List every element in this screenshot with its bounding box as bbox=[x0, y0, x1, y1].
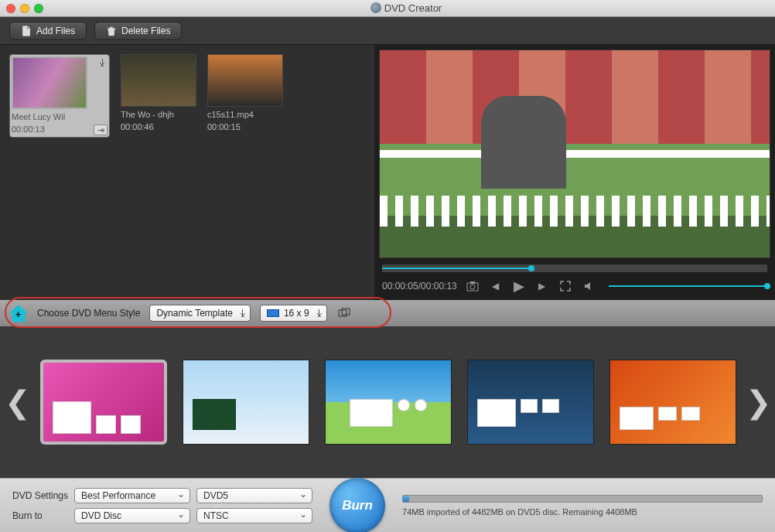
file-list: Meet Lucy Wil 00:00:13 ⇥ The Wo - dhjh 0… bbox=[0, 45, 374, 300]
menu-style-bar: Choose DVD Menu Style Dynamic Template 1… bbox=[0, 300, 775, 326]
dvd-settings-label: DVD Settings bbox=[12, 490, 68, 501]
clip-thumbnail bbox=[121, 54, 196, 107]
trash-icon bbox=[106, 26, 117, 36]
quality-select[interactable]: Best Performance bbox=[74, 488, 190, 503]
template-strip: ❮ ❯ bbox=[0, 326, 775, 478]
expand-icon[interactable] bbox=[336, 305, 352, 321]
menu-style-label: Choose DVD Menu Style bbox=[37, 308, 140, 319]
clip-item[interactable]: Meet Lucy Wil 00:00:13 ⇥ bbox=[9, 54, 110, 138]
time-display: 00:00:05/00:00:13 bbox=[382, 281, 457, 292]
template-item[interactable] bbox=[183, 360, 309, 445]
add-files-button[interactable]: Add Files bbox=[9, 22, 87, 40]
svg-rect-3 bbox=[339, 310, 347, 316]
import-progress: 74MB imported of 4482MB on DVD5 disc. Re… bbox=[402, 495, 763, 517]
snapshot-icon[interactable] bbox=[465, 278, 480, 294]
bottom-bar: DVD Settings Best Performance DVD5 Burn … bbox=[0, 478, 775, 532]
fullscreen-icon[interactable] bbox=[558, 278, 573, 294]
next-icon[interactable]: ▶ bbox=[534, 278, 550, 294]
burn-button[interactable]: Burn bbox=[329, 478, 385, 533]
clip-duration: 00:00:13 bbox=[12, 124, 45, 134]
app-logo-icon bbox=[370, 2, 381, 13]
volume-slider[interactable] bbox=[609, 285, 767, 287]
clip-thumbnail bbox=[207, 54, 283, 107]
template-item[interactable] bbox=[325, 360, 452, 445]
template-item[interactable] bbox=[467, 360, 594, 445]
template-item[interactable] bbox=[40, 360, 167, 445]
svg-rect-2 bbox=[470, 281, 475, 284]
add-file-icon bbox=[21, 26, 32, 36]
burn-settings: DVD Settings Best Performance DVD5 Burn … bbox=[12, 488, 312, 523]
video-preview[interactable] bbox=[379, 49, 770, 258]
tv-system-select[interactable]: NTSC bbox=[196, 508, 312, 523]
play-icon[interactable]: ▶ bbox=[511, 278, 527, 294]
clip-item[interactable]: c15s11.mp4 00:00:15 bbox=[207, 54, 283, 131]
progress-bar bbox=[402, 495, 763, 503]
player-controls: 00:00:05/00:00:13 ◀ ▶ ▶ bbox=[374, 277, 775, 300]
template-list bbox=[40, 360, 736, 445]
clip-name: The Wo - dhjh bbox=[121, 110, 196, 119]
progress-text: 74MB imported of 4482MB on DVD5 disc. Re… bbox=[402, 507, 763, 517]
clip-thumbnail bbox=[12, 56, 87, 109]
clip-name: Meet Lucy Wil bbox=[12, 112, 108, 121]
main-area: Meet Lucy Wil 00:00:13 ⇥ The Wo - dhjh 0… bbox=[0, 45, 775, 300]
home-add-icon[interactable] bbox=[9, 305, 28, 322]
clip-name: c15s11.mp4 bbox=[207, 110, 283, 119]
clip-item[interactable]: The Wo - dhjh 00:00:46 bbox=[121, 54, 196, 131]
template-select[interactable]: Dynamic Template bbox=[149, 305, 250, 322]
disc-type-select[interactable]: DVD5 bbox=[196, 488, 312, 503]
zoom-icon[interactable] bbox=[34, 4, 43, 13]
mute-icon[interactable] bbox=[581, 278, 596, 294]
scrub-bar[interactable] bbox=[382, 264, 767, 272]
next-templates-icon[interactable]: ❯ bbox=[750, 383, 767, 421]
toolbar: Add Files Delete Files bbox=[0, 17, 775, 45]
window-title: DVD Creator bbox=[43, 2, 769, 14]
minimize-icon[interactable] bbox=[20, 4, 29, 13]
aspect-select[interactable]: 16 x 9 bbox=[260, 305, 327, 322]
preview-panel: 00:00:05/00:00:13 ◀ ▶ ▶ bbox=[374, 45, 775, 300]
burn-to-label: Burn to bbox=[12, 510, 68, 521]
close-icon[interactable] bbox=[6, 4, 15, 13]
prev-icon[interactable]: ◀ bbox=[488, 278, 504, 294]
svg-rect-4 bbox=[342, 309, 350, 315]
template-item[interactable] bbox=[609, 360, 736, 445]
svg-point-1 bbox=[470, 285, 475, 289]
screen-icon bbox=[267, 309, 279, 317]
prev-templates-icon[interactable]: ❮ bbox=[9, 383, 26, 421]
eject-icon[interactable]: ⇥ bbox=[94, 124, 108, 135]
window-controls bbox=[6, 4, 43, 13]
titlebar: DVD Creator bbox=[0, 0, 775, 17]
clip-duration: 00:00:46 bbox=[121, 122, 196, 131]
clip-duration: 00:00:15 bbox=[207, 122, 283, 131]
burn-target-select[interactable]: DVD Disc bbox=[74, 508, 190, 523]
delete-files-button[interactable]: Delete Files bbox=[94, 22, 182, 40]
